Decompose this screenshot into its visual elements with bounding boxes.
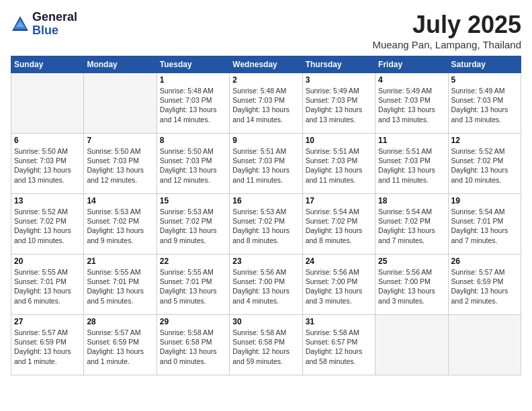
calendar-cell: 22Sunrise: 5:55 AMSunset: 7:01 PMDayligh…: [157, 255, 229, 315]
calendar-header-thursday: Thursday: [302, 56, 375, 73]
cell-info: Sunrise: 5:49 AMSunset: 7:03 PMDaylight:…: [306, 86, 372, 124]
calendar-cell: 31Sunrise: 5:58 AMSunset: 6:57 PMDayligh…: [302, 315, 375, 375]
day-number: 3: [306, 75, 372, 85]
day-number: 8: [160, 136, 226, 145]
day-number: 9: [232, 136, 299, 145]
calendar-cell: 4Sunrise: 5:49 AMSunset: 7:03 PMDaylight…: [375, 73, 448, 134]
cell-info: Sunrise: 5:56 AMSunset: 7:00 PMDaylight:…: [378, 267, 445, 306]
cell-info: Sunrise: 5:55 AMSunset: 7:01 PMDaylight:…: [160, 267, 226, 306]
day-number: 4: [378, 75, 445, 85]
cell-info: Sunrise: 5:50 AMSunset: 7:03 PMDaylight:…: [160, 146, 226, 185]
day-number: 13: [14, 196, 81, 205]
calendar-header-friday: Friday: [375, 56, 448, 73]
calendar-cell: 29Sunrise: 5:58 AMSunset: 6:58 PMDayligh…: [157, 315, 229, 375]
day-number: 7: [87, 136, 153, 145]
calendar-cell: 6Sunrise: 5:50 AMSunset: 7:03 PMDaylight…: [11, 134, 84, 194]
cell-info: Sunrise: 5:48 AMSunset: 7:03 PMDaylight:…: [232, 86, 299, 124]
calendar-cell: 24Sunrise: 5:56 AMSunset: 7:00 PMDayligh…: [302, 255, 375, 315]
calendar-cell: 23Sunrise: 5:56 AMSunset: 7:00 PMDayligh…: [230, 255, 302, 315]
calendar-cell: [11, 73, 84, 134]
calendar-table: SundayMondayTuesdayWednesdayThursdayFrid…: [11, 56, 521, 375]
cell-info: Sunrise: 5:50 AMSunset: 7:03 PMDaylight:…: [87, 146, 153, 185]
cell-info: Sunrise: 5:53 AMSunset: 7:02 PMDaylight:…: [232, 207, 299, 245]
day-number: 24: [306, 257, 372, 266]
calendar-cell: 17Sunrise: 5:54 AMSunset: 7:02 PMDayligh…: [302, 194, 375, 255]
calendar-header-wednesday: Wednesday: [230, 56, 302, 73]
day-number: 21: [87, 257, 153, 266]
cell-info: Sunrise: 5:49 AMSunset: 7:03 PMDaylight:…: [378, 86, 445, 124]
title-area: July 2025 Mueang Pan, Lampang, Thailand: [372, 11, 521, 50]
cell-info: Sunrise: 5:55 AMSunset: 7:01 PMDaylight:…: [14, 267, 81, 306]
day-number: 12: [451, 136, 518, 145]
calendar-cell: 12Sunrise: 5:52 AMSunset: 7:02 PMDayligh…: [448, 134, 521, 194]
cell-info: Sunrise: 5:52 AMSunset: 7:02 PMDaylight:…: [14, 207, 81, 245]
calendar-cell: 3Sunrise: 5:49 AMSunset: 7:03 PMDaylight…: [302, 73, 375, 134]
week-row-1: 1Sunrise: 5:48 AMSunset: 7:03 PMDaylight…: [11, 73, 521, 134]
cell-info: Sunrise: 5:49 AMSunset: 7:03 PMDaylight:…: [451, 86, 518, 124]
cell-info: Sunrise: 5:54 AMSunset: 7:02 PMDaylight:…: [306, 207, 372, 245]
calendar-header-row: SundayMondayTuesdayWednesdayThursdayFrid…: [11, 56, 521, 73]
day-number: 15: [160, 196, 226, 205]
day-number: 30: [232, 317, 299, 326]
calendar-cell: 16Sunrise: 5:53 AMSunset: 7:02 PMDayligh…: [230, 194, 302, 255]
day-number: 10: [306, 136, 372, 145]
calendar-cell: 19Sunrise: 5:54 AMSunset: 7:01 PMDayligh…: [448, 194, 521, 255]
cell-info: Sunrise: 5:56 AMSunset: 7:00 PMDaylight:…: [232, 267, 299, 306]
cell-info: Sunrise: 5:52 AMSunset: 7:02 PMDaylight:…: [451, 146, 518, 185]
calendar-cell: 20Sunrise: 5:55 AMSunset: 7:01 PMDayligh…: [11, 255, 84, 315]
cell-info: Sunrise: 5:54 AMSunset: 7:02 PMDaylight:…: [378, 207, 445, 245]
calendar-cell: [448, 315, 521, 375]
calendar-cell: 14Sunrise: 5:53 AMSunset: 7:02 PMDayligh…: [84, 194, 157, 255]
cell-info: Sunrise: 5:56 AMSunset: 7:00 PMDaylight:…: [306, 267, 372, 306]
cell-info: Sunrise: 5:58 AMSunset: 6:58 PMDaylight:…: [160, 328, 226, 366]
logo-text: General Blue: [32, 11, 77, 38]
day-number: 1: [160, 75, 226, 85]
cell-info: Sunrise: 5:57 AMSunset: 6:59 PMDaylight:…: [14, 328, 81, 366]
cell-info: Sunrise: 5:53 AMSunset: 7:02 PMDaylight:…: [87, 207, 153, 245]
day-number: 5: [451, 75, 518, 85]
calendar-header-sunday: Sunday: [11, 56, 84, 73]
day-number: 22: [160, 257, 226, 266]
week-row-4: 20Sunrise: 5:55 AMSunset: 7:01 PMDayligh…: [11, 255, 521, 315]
calendar-header-saturday: Saturday: [448, 56, 521, 73]
cell-info: Sunrise: 5:58 AMSunset: 6:58 PMDaylight:…: [232, 328, 299, 366]
logo-icon: [11, 15, 30, 34]
day-number: 26: [451, 257, 518, 266]
cell-info: Sunrise: 5:48 AMSunset: 7:03 PMDaylight:…: [160, 86, 226, 124]
cell-info: Sunrise: 5:51 AMSunset: 7:03 PMDaylight:…: [306, 146, 372, 185]
day-number: 11: [378, 136, 445, 145]
calendar-cell: 2Sunrise: 5:48 AMSunset: 7:03 PMDaylight…: [230, 73, 302, 134]
calendar-cell: 21Sunrise: 5:55 AMSunset: 7:01 PMDayligh…: [84, 255, 157, 315]
day-number: 31: [306, 317, 372, 326]
day-number: 20: [14, 257, 81, 266]
cell-info: Sunrise: 5:57 AMSunset: 6:59 PMDaylight:…: [87, 328, 153, 366]
cell-info: Sunrise: 5:55 AMSunset: 7:01 PMDaylight:…: [87, 267, 153, 306]
day-number: 14: [87, 196, 153, 205]
cell-info: Sunrise: 5:57 AMSunset: 6:59 PMDaylight:…: [451, 267, 518, 306]
cell-info: Sunrise: 5:50 AMSunset: 7:03 PMDaylight:…: [14, 146, 81, 185]
logo: General Blue: [11, 11, 77, 38]
calendar-cell: 27Sunrise: 5:57 AMSunset: 6:59 PMDayligh…: [11, 315, 84, 375]
page-header: General Blue July 2025 Mueang Pan, Lampa…: [11, 11, 521, 50]
week-row-3: 13Sunrise: 5:52 AMSunset: 7:02 PMDayligh…: [11, 194, 521, 255]
cell-info: Sunrise: 5:58 AMSunset: 6:57 PMDaylight:…: [306, 328, 372, 366]
calendar-cell: 25Sunrise: 5:56 AMSunset: 7:00 PMDayligh…: [375, 255, 448, 315]
calendar-cell: 13Sunrise: 5:52 AMSunset: 7:02 PMDayligh…: [11, 194, 84, 255]
week-row-5: 27Sunrise: 5:57 AMSunset: 6:59 PMDayligh…: [11, 315, 521, 375]
calendar-cell: 11Sunrise: 5:51 AMSunset: 7:03 PMDayligh…: [375, 134, 448, 194]
calendar-cell: [84, 73, 157, 134]
calendar-cell: 9Sunrise: 5:51 AMSunset: 7:03 PMDaylight…: [230, 134, 302, 194]
day-number: 23: [232, 257, 299, 266]
calendar-cell: 7Sunrise: 5:50 AMSunset: 7:03 PMDaylight…: [84, 134, 157, 194]
day-number: 29: [160, 317, 226, 326]
cell-info: Sunrise: 5:54 AMSunset: 7:01 PMDaylight:…: [451, 207, 518, 245]
day-number: 17: [306, 196, 372, 205]
day-number: 25: [378, 257, 445, 266]
calendar-cell: 30Sunrise: 5:58 AMSunset: 6:58 PMDayligh…: [230, 315, 302, 375]
day-number: 2: [232, 75, 299, 85]
cell-info: Sunrise: 5:51 AMSunset: 7:03 PMDaylight:…: [232, 146, 299, 185]
calendar-cell: 5Sunrise: 5:49 AMSunset: 7:03 PMDaylight…: [448, 73, 521, 134]
day-number: 28: [87, 317, 153, 326]
day-number: 16: [232, 196, 299, 205]
day-number: 18: [378, 196, 445, 205]
